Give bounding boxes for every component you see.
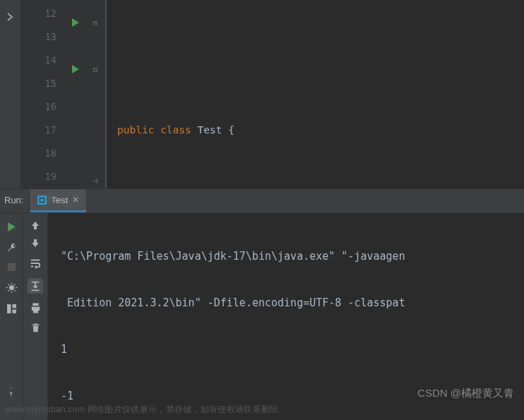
scroll-to-end-icon[interactable] (28, 278, 43, 294)
print-icon[interactable] (30, 302, 42, 314)
soft-wrap-icon[interactable] (29, 257, 42, 270)
down-arrow-icon[interactable] (30, 239, 40, 248)
code-area[interactable]: public class Test { public static void m… (106, 0, 524, 188)
code-line: public class Test { (107, 119, 524, 142)
chevron-right-icon (6, 13, 14, 21)
rerun-icon[interactable] (6, 222, 17, 232)
line-number-gutter: 12 13 14 15 16 17 18 19 20 (21, 0, 64, 188)
svg-rect-2 (7, 304, 11, 313)
run-toolbar-actions (23, 213, 48, 420)
run-tabs: Run: Test ✕ (0, 189, 524, 213)
line-number: 15 (21, 72, 56, 95)
code-line (107, 49, 524, 72)
watermark-footer: www.toymoban.com 网络图片仅供展示，禁存储，如有侵权请联系删除。 (6, 404, 287, 416)
fold-marker-icon[interactable]: ⊟ (93, 65, 98, 74)
wrench-icon[interactable] (6, 242, 17, 253)
fold-gutter: ⊟ ⊟ ⊣ (92, 0, 106, 188)
bug-icon[interactable] (6, 282, 18, 294)
svg-rect-3 (12, 304, 16, 308)
close-tab-icon[interactable]: ✕ (72, 195, 79, 205)
run-class-icon[interactable] (71, 18, 81, 28)
run-method-icon[interactable] (71, 64, 81, 74)
app-icon (37, 196, 47, 205)
line-number: 19 (21, 165, 56, 188)
fold-marker-icon[interactable]: ⊟ (93, 18, 98, 28)
line-number: 17 (21, 119, 56, 142)
stop-icon[interactable] (7, 263, 16, 272)
run-panel: Run: Test ✕ "C:\Program Files\Java\jdk-1… (0, 188, 524, 420)
svg-rect-0 (7, 263, 15, 271)
project-gutter[interactable] (0, 0, 21, 188)
console-line: "C:\Program Files\Java\jdk-17\bin\java.e… (61, 245, 524, 268)
pin-icon[interactable] (4, 386, 15, 399)
run-gutter (64, 0, 92, 188)
code-editor[interactable]: 12 13 14 15 16 17 18 19 20 ⊟ ⊟ ⊣ public … (0, 0, 524, 188)
layout-icon[interactable] (6, 304, 17, 314)
watermark: CSDN @橘橙黄又青 (417, 387, 514, 400)
line-number: 14 (21, 49, 56, 72)
fold-end-icon[interactable]: ⊣ (93, 176, 98, 186)
svg-point-1 (8, 285, 13, 290)
line-number: 12 (21, 2, 56, 25)
trash-icon[interactable] (30, 323, 41, 333)
line-number: 13 (21, 25, 56, 49)
up-arrow-icon[interactable] (30, 220, 40, 230)
line-number: 16 (21, 95, 56, 119)
console-line: 1 (61, 338, 524, 361)
svg-rect-4 (12, 310, 16, 313)
line-number: 18 (21, 142, 56, 165)
console-line: Edition 2021.3.2\bin" -Dfile.encoding=UT… (61, 292, 524, 315)
